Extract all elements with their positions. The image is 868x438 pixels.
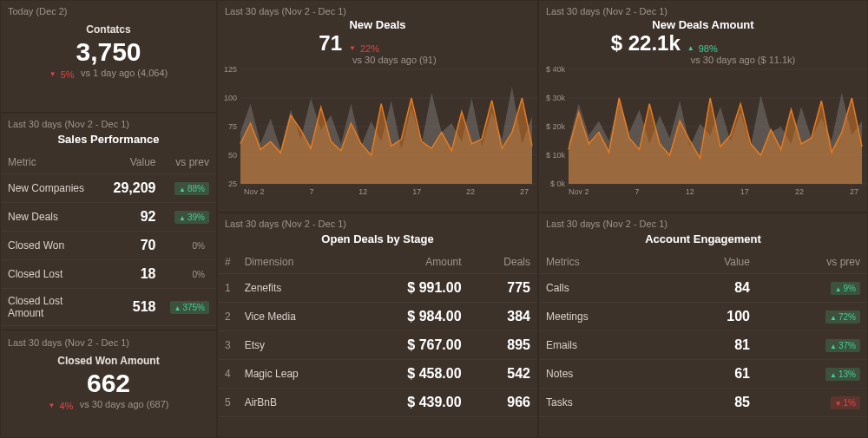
svg-text:$ 0k: $ 0k [550,180,566,187]
metric-value: 81 [667,331,757,360]
metric-name: New Deals [1,203,107,232]
contacts-title: Contatcs [1,23,216,36]
new-deals-amount-chart: $ 0k$ 10k$ 20k$ 30k$ 40k [539,66,867,187]
period-label: Last 30 days (Nov 2 - Dec 1) [218,1,537,16]
metric-delta: 37% [757,331,867,360]
col-vsprev: vs prev [757,251,867,274]
metric-delta: 375% [163,289,217,326]
delta-badge: 375% [170,301,210,314]
table-row: Closed Won700% [1,232,216,260]
row-index: 3 [218,331,238,360]
table-row: Closed Lost180% [1,260,216,289]
new-deals-delta: 22% [349,43,379,54]
sales-performance-table: Metric Value vs prev New Companies29,209… [1,151,216,326]
metric-value: 518 [107,289,163,326]
new-deals-amount-value: $ 22.1k [611,31,681,56]
dimension-name: Etsy [238,331,353,360]
col-n: # [218,251,238,274]
row-index: 4 [218,360,238,389]
svg-text:$ 10k: $ 10k [546,151,566,160]
table-row: Emails8137% [539,331,867,360]
metric-name: Emails [539,331,667,360]
x-tick: Nov 2 [569,187,589,196]
metric-value: 100 [667,303,757,331]
table-row: 4Magic Leap$ 458.00542 [218,360,537,389]
x-tick: 22 [795,187,804,196]
x-tick: 27 [520,187,529,196]
col-metrics: Metrics [539,251,667,274]
closed-won-panel: Last 30 days (Nov 2 - Dec 1) Closed Won … [1,330,216,411]
svg-text:125: 125 [224,66,237,74]
table-row: Meetings10072% [539,303,867,331]
table-row: 2Vice Media$ 984.00384 [218,303,537,331]
contacts-delta-row: 5% vs 1 day ago (4,064) [1,67,216,80]
amount-value: $ 984.00 [352,303,468,331]
col-deals: Deals [469,251,537,274]
delta-badge: 0% [188,268,209,281]
metric-name: Closed Won [1,232,107,260]
new-deals-amount-delta: 98% [687,43,718,54]
metric-value: 29,209 [107,174,163,203]
svg-text:$ 20k: $ 20k [546,122,566,131]
sales-performance-panel: Last 30 days (Nov 2 - Dec 1) Sales Perfo… [0,113,217,438]
contacts-value: 3,750 [1,37,216,67]
x-tick: 22 [466,187,475,196]
col-value: Value [107,151,163,174]
new-deals-chart: 255075100125 [218,66,537,187]
closed-won-title: Closed Won Amount [1,355,216,367]
table-row: New Companies29,20988% [1,174,216,203]
svg-text:25: 25 [228,180,237,187]
table-row: Closed Lost Amount518375% [1,289,216,326]
col-metric: Metric [1,151,107,174]
contacts-delta-context: vs 1 day ago (4,064) [81,68,168,78]
period-label: Last 30 days (Nov 2 - Dec 1) [539,1,867,16]
metric-delta: 0% [163,260,217,289]
metric-name: Calls [539,274,667,303]
contacts-panel: Today (Dec 2) Contatcs 3,750 5% vs 1 day… [0,0,217,113]
sales-performance-title: Sales Performance [1,129,216,151]
metric-delta: 39% [163,203,217,232]
svg-text:75: 75 [228,122,237,131]
period-label: Last 30 days (Nov 2 - Dec 1) [1,332,216,348]
new-deals-title: New Deals [349,18,405,31]
open-deals-panel: Last 30 days (Nov 2 - Dec 1) Open Deals … [217,212,538,438]
table-row: Tasks851% [539,389,867,417]
closed-won-context: vs 30 days ago (687) [80,399,169,409]
metric-name: Tasks [539,389,667,417]
x-tick: 7 [309,187,313,196]
x-tick: 27 [850,187,858,196]
delta-badge: 13% [825,368,860,381]
metric-name: Closed Lost [1,260,107,289]
deals-value: 966 [469,389,537,417]
col-amount: Amount [352,251,468,274]
metric-value: 84 [667,274,757,303]
table-row: New Deals9239% [1,203,216,232]
x-tick: 7 [635,187,640,196]
metric-name: New Companies [1,174,107,203]
col-dim: Dimension [238,251,353,274]
table-row: 5AirBnB$ 439.00966 [218,389,537,417]
metric-name: Notes [539,360,667,389]
dimension-name: Vice Media [238,303,353,331]
delta-badge: 72% [825,311,860,324]
x-tick: 17 [412,187,421,196]
delta-badge: 39% [174,211,209,224]
table-row: 1Zenefits$ 991.00775 [218,274,537,303]
closed-won-value: 662 [1,369,216,398]
col-vsprev: vs prev [163,151,217,174]
x-tick: 17 [740,187,749,196]
amount-value: $ 767.00 [352,331,468,360]
delta-badge: 88% [174,182,209,195]
metric-value: 18 [107,260,163,289]
svg-text:100: 100 [224,94,237,102]
table-row: 3Etsy$ 767.00895 [218,331,537,360]
dimension-name: Magic Leap [238,360,353,389]
metric-value: 92 [107,203,163,232]
dimension-name: Zenefits [238,274,353,303]
metric-value: 61 [667,360,757,389]
svg-text:$ 30k: $ 30k [546,94,566,102]
delta-badge: 37% [825,339,860,352]
col-value: Value [667,251,757,274]
metric-name: Closed Lost Amount [1,289,107,326]
open-deals-title: Open Deals by Stage [218,229,537,251]
